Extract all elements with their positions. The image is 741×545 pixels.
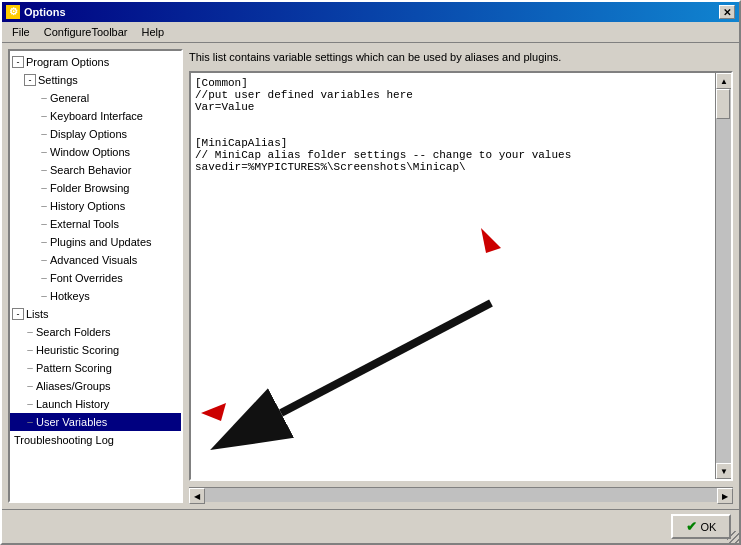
footer: ✔ OK <box>2 509 739 543</box>
connector: – <box>38 90 50 106</box>
connector: – <box>38 288 50 304</box>
connector: – <box>24 414 36 430</box>
tree-label-aliases-groups: Aliases/Groups <box>36 378 111 394</box>
scrollbar-thumb[interactable] <box>716 89 730 119</box>
tree-label-general: General <box>50 90 89 106</box>
tree-panel[interactable]: - Program Options - Settings – General –… <box>8 49 183 503</box>
tree-label-advanced-visuals: Advanced Visuals <box>50 252 137 268</box>
menu-help[interactable]: Help <box>136 24 171 40</box>
tree-item-search-behavior[interactable]: – Search Behavior <box>10 161 181 179</box>
ok-label: OK <box>701 521 717 533</box>
tree-label-settings: Settings <box>38 72 78 88</box>
content-area: - Program Options - Settings – General –… <box>2 43 739 509</box>
tree-label-keyboard-interface: Keyboard Interface <box>50 108 143 124</box>
connector: – <box>24 342 36 358</box>
titlebar-left: ⚙ Options <box>6 5 66 19</box>
menubar: File ConfigureToolbar Help <box>2 22 739 43</box>
tree-label-program-options: Program Options <box>26 54 109 70</box>
tree-item-general[interactable]: – General <box>10 89 181 107</box>
connector: – <box>38 144 50 160</box>
tree-label-folder-browsing: Folder Browsing <box>50 180 129 196</box>
right-panel: This list contains variable settings whi… <box>189 49 733 503</box>
tree-item-display-options[interactable]: – Display Options <box>10 125 181 143</box>
vertical-scrollbar[interactable]: ▲ ▼ <box>715 73 731 479</box>
scrollbar-left-button[interactable]: ◀ <box>189 488 205 504</box>
window-title: Options <box>24 6 66 18</box>
tree-item-advanced-visuals[interactable]: – Advanced Visuals <box>10 251 181 269</box>
tree-label-window-options: Window Options <box>50 144 130 160</box>
scrollbar-up-button[interactable]: ▲ <box>716 73 732 89</box>
tree-label-user-variables: User Variables <box>36 414 107 430</box>
menu-configure-toolbar[interactable]: ConfigureToolbar <box>38 24 134 40</box>
tree-label-font-overrides: Font Overrides <box>50 270 123 286</box>
tree-item-program-options[interactable]: - Program Options <box>10 53 181 71</box>
tree-label-lists: Lists <box>26 306 49 322</box>
resize-grip[interactable] <box>727 531 739 543</box>
connector: – <box>38 108 50 124</box>
horizontal-scrollbar-track[interactable] <box>205 488 717 502</box>
tree-label-launch-history: Launch History <box>36 396 109 412</box>
tree-label-external-tools: External Tools <box>50 216 119 232</box>
connector: – <box>38 198 50 214</box>
connector: – <box>38 252 50 268</box>
tree-label-heuristic-scoring: Heuristic Scoring <box>36 342 119 358</box>
connector: – <box>38 162 50 178</box>
expand-program-options[interactable]: - <box>12 56 24 68</box>
window-icon: ⚙ <box>6 5 20 19</box>
tree-label-pattern-scoring: Pattern Scoring <box>36 360 112 376</box>
tree-label-history-options: History Options <box>50 198 125 214</box>
connector: – <box>24 396 36 412</box>
tree-item-settings[interactable]: - Settings <box>10 71 181 89</box>
connector: – <box>38 126 50 142</box>
menu-file[interactable]: File <box>6 24 36 40</box>
ok-button[interactable]: ✔ OK <box>671 514 731 539</box>
connector: – <box>24 324 36 340</box>
tree-item-font-overrides[interactable]: – Font Overrides <box>10 269 181 287</box>
tree-label-display-options: Display Options <box>50 126 127 142</box>
connector: – <box>38 234 50 250</box>
scrollbar-track[interactable] <box>716 89 731 463</box>
connector: – <box>24 360 36 376</box>
tree-label-search-behavior: Search Behavior <box>50 162 131 178</box>
text-area-container: [Common] //put user defined variables he… <box>189 71 733 481</box>
tree-item-launch-history[interactable]: – Launch History <box>10 395 181 413</box>
horizontal-scrollbar-container: ◀ ▶ <box>189 487 733 503</box>
scrollbar-down-button[interactable]: ▼ <box>716 463 732 479</box>
expand-lists[interactable]: - <box>12 308 24 320</box>
tree-item-user-variables[interactable]: – User Variables <box>10 413 181 431</box>
checkmark-icon: ✔ <box>686 519 697 534</box>
tree-label-plugins-updates: Plugins and Updates <box>50 234 152 250</box>
connector: – <box>24 378 36 394</box>
tree-item-lists[interactable]: - Lists <box>10 305 181 323</box>
expand-settings[interactable]: - <box>24 74 36 86</box>
tree-item-aliases-groups[interactable]: – Aliases/Groups <box>10 377 181 395</box>
tree-item-history-options[interactable]: – History Options <box>10 197 181 215</box>
tree-label-search-folders: Search Folders <box>36 324 111 340</box>
tree-item-plugins-updates[interactable]: – Plugins and Updates <box>10 233 181 251</box>
text-area-content[interactable]: [Common] //put user defined variables he… <box>191 73 715 479</box>
tree-item-hotkeys[interactable]: – Hotkeys <box>10 287 181 305</box>
connector: – <box>38 270 50 286</box>
tree-item-heuristic-scoring[interactable]: – Heuristic Scoring <box>10 341 181 359</box>
tree-item-external-tools[interactable]: – External Tools <box>10 215 181 233</box>
tree-item-pattern-scoring[interactable]: – Pattern Scoring <box>10 359 181 377</box>
tree-item-folder-browsing[interactable]: – Folder Browsing <box>10 179 181 197</box>
options-window: ⚙ Options ✕ File ConfigureToolbar Help -… <box>0 0 741 545</box>
connector: – <box>38 216 50 232</box>
tree-label-hotkeys: Hotkeys <box>50 288 90 304</box>
description-text: This list contains variable settings whi… <box>189 49 733 65</box>
tree-item-keyboard-interface[interactable]: – Keyboard Interface <box>10 107 181 125</box>
tree-item-search-folders[interactable]: – Search Folders <box>10 323 181 341</box>
titlebar: ⚙ Options ✕ <box>2 2 739 22</box>
scrollbar-right-button[interactable]: ▶ <box>717 488 733 504</box>
tree-item-troubleshooting-log[interactable]: Troubleshooting Log <box>10 431 181 449</box>
close-button[interactable]: ✕ <box>719 5 735 19</box>
tree-label-troubleshooting-log: Troubleshooting Log <box>14 432 114 448</box>
tree-item-window-options[interactable]: – Window Options <box>10 143 181 161</box>
connector: – <box>38 180 50 196</box>
